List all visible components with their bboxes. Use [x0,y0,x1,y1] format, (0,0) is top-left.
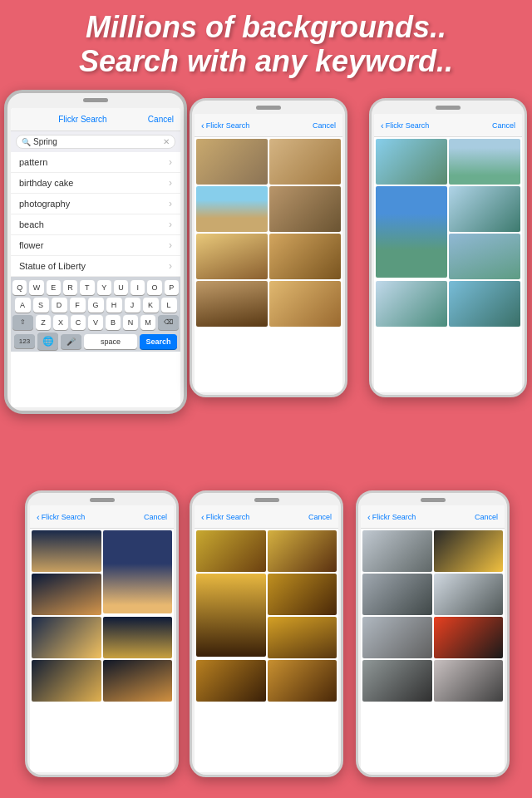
photo-cell[interactable] [268,660,337,702]
key-c[interactable]: C [71,315,86,330]
key-mic[interactable]: 🎤 [61,334,81,349]
key-s[interactable]: S [33,298,49,313]
key-delete[interactable]: ⌫ [158,315,179,330]
suggestion-photography[interactable]: photography › [11,194,180,214]
photo-cell[interactable] [376,139,447,185]
photo-cell[interactable] [103,660,173,702]
phone-6-screen: ‹ Flickr Search Cancel [361,505,505,772]
key-a[interactable]: A [15,298,31,313]
photo-cell[interactable] [449,281,520,327]
key-v[interactable]: V [88,315,103,330]
photo-cell[interactable] [32,574,101,615]
photo-cell[interactable] [269,186,341,232]
photo-cell[interactable] [32,617,101,658]
photo-cell[interactable] [376,186,447,278]
key-x[interactable]: X [53,315,68,330]
photo-cell[interactable] [434,574,504,615]
photo-cell[interactable] [362,660,432,702]
chevron-left-icon: ‹ [37,512,40,522]
key-y[interactable]: Y [97,280,111,295]
key-l[interactable]: L [161,298,177,313]
suggestion-birthday-cake[interactable]: birthday cake › [11,173,180,194]
photo-cell[interactable] [376,281,447,327]
key-z[interactable]: Z [36,315,51,330]
suggestion-flower[interactable]: flower › [11,235,180,256]
phone-2-back-btn[interactable]: ‹ Flickr Search [201,121,249,131]
chevron-right-icon: › [169,260,172,272]
suggestion-beach[interactable]: beach › [11,214,180,235]
photo-cell[interactable] [196,574,266,657]
key-r[interactable]: R [63,280,77,295]
suggestion-statue-liberty[interactable]: Statue of Liberty › [11,256,180,277]
key-h[interactable]: H [106,298,122,313]
photo-cell[interactable] [449,234,520,279]
key-q[interactable]: Q [12,280,27,295]
key-t[interactable]: T [80,280,94,295]
photo-cell[interactable] [362,617,432,658]
key-k[interactable]: K [143,298,159,313]
photo-cell[interactable] [196,660,266,702]
clear-search-icon[interactable]: ✕ [163,137,170,146]
key-e[interactable]: E [47,280,61,295]
photo-cell[interactable] [434,530,504,572]
phone-3-navbar: ‹ Flickr Search Cancel [374,114,522,137]
photo-cell[interactable] [268,617,337,658]
photo-cell[interactable] [434,617,504,658]
suggestion-pattern[interactable]: pattern › [11,152,180,173]
photo-cell[interactable] [196,186,268,232]
phone-3-cancel-btn[interactable]: Cancel [492,121,515,130]
phone-5-back-btn[interactable]: ‹ Flickr Search [201,512,249,522]
key-n[interactable]: N [123,315,138,330]
chevron-left-icon: ‹ [201,512,204,522]
photo-cell[interactable] [362,574,432,615]
key-d[interactable]: D [52,298,67,313]
phone-4-navbar: ‹ Flickr Search Cancel [30,505,174,529]
key-f[interactable]: F [70,298,86,313]
key-j[interactable]: J [125,298,140,313]
photo-cell[interactable] [268,530,337,572]
phone-5-cancel-btn[interactable]: Cancel [308,513,332,521]
photo-cell[interactable] [196,139,268,185]
phone-3-back-btn[interactable]: ‹ Flickr Search [381,121,429,131]
key-g[interactable]: G [88,298,104,313]
key-globe[interactable]: 🌐 [37,332,58,350]
key-i[interactable]: I [131,280,145,295]
phone-1-cancel-btn[interactable]: Cancel [148,115,174,124]
key-w[interactable]: W [29,280,43,295]
photo-cell[interactable] [268,574,337,615]
header-line2: Search with any keyword.. [0,44,532,78]
phone-1-search-input[interactable]: 🔍 Spring ✕ [16,135,175,149]
phone-4-back-btn[interactable]: ‹ Flickr Search [37,512,85,522]
key-shift[interactable]: ⇧ [12,315,33,330]
key-space[interactable]: space [84,334,137,349]
photo-cell[interactable] [103,617,173,658]
key-o[interactable]: O [147,280,161,295]
photo-cell[interactable] [196,281,268,327]
photo-cell[interactable] [196,234,268,279]
key-b[interactable]: B [106,315,121,330]
phone-6-cancel-btn[interactable]: Cancel [475,513,498,521]
photo-cell[interactable] [269,234,341,279]
photo-cell[interactable] [449,139,520,185]
key-u[interactable]: U [114,280,128,295]
search-icon: 🔍 [22,138,31,146]
photo-cell[interactable] [32,660,101,702]
photo-cell[interactable] [269,281,341,327]
phone-4-cancel-btn[interactable]: Cancel [144,513,167,521]
photo-cell[interactable] [103,530,173,613]
key-m[interactable]: M [140,315,155,330]
photo-cell[interactable] [362,530,432,572]
photo-grid-pyramids [195,137,342,328]
key-123[interactable]: 123 [14,334,35,348]
key-p[interactable]: P [165,280,179,295]
photo-cell[interactable] [269,139,341,185]
phone-2-cancel-btn[interactable]: Cancel [313,121,336,130]
key-search[interactable]: Search [140,334,177,349]
photo-cell[interactable] [449,186,520,232]
kb-row-1: Q W E R T Y U I O P [12,280,179,295]
photo-cell[interactable] [32,530,101,572]
photo-cell[interactable] [434,660,504,702]
photo-cell[interactable] [196,530,266,572]
phone-6-back-btn[interactable]: ‹ Flickr Search [367,512,416,522]
chevron-right-icon: › [169,198,172,209]
